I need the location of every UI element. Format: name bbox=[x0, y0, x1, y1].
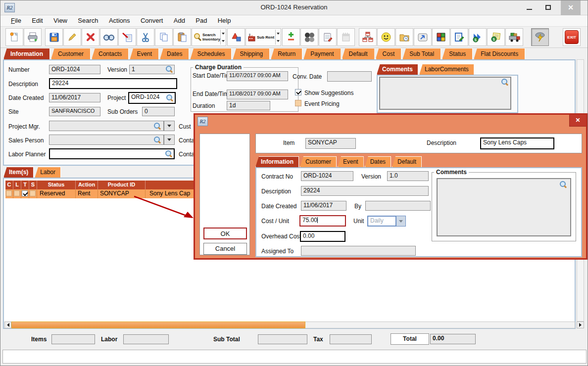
sales-person-lookup-icon[interactable] bbox=[154, 137, 161, 143]
col-status[interactable]: Status bbox=[37, 181, 76, 189]
copy-button[interactable] bbox=[155, 28, 173, 46]
sub-rent-button[interactable]: Sub Rent bbox=[245, 28, 281, 46]
menu-file[interactable]: File bbox=[6, 15, 26, 24]
sales-person-field[interactable] bbox=[49, 135, 164, 145]
new-button[interactable] bbox=[5, 28, 23, 46]
cost-unit-field[interactable]: 75.00 bbox=[299, 215, 346, 227]
cut-button[interactable] bbox=[137, 28, 154, 46]
col-s[interactable]: S bbox=[29, 181, 37, 189]
col-l[interactable]: L bbox=[13, 181, 21, 189]
dialog-tab-dates[interactable]: Dates bbox=[365, 156, 391, 167]
ok-button[interactable]: OK bbox=[203, 228, 247, 239]
tab-shipping[interactable]: Shipping bbox=[233, 48, 270, 59]
tab-comments[interactable]: Comments bbox=[377, 64, 418, 75]
dialog-tab-information[interactable]: Information bbox=[255, 156, 299, 167]
sales-person-dropdown[interactable] bbox=[164, 135, 175, 145]
dialog-tab-default[interactable]: Default bbox=[392, 156, 422, 167]
event-pricing-checkbox[interactable] bbox=[295, 100, 301, 106]
row-c-checkbox[interactable] bbox=[6, 190, 12, 196]
tab-contacts[interactable]: Contacts bbox=[92, 48, 129, 59]
search-inventory-button[interactable]: SearchInventory bbox=[192, 28, 226, 46]
project-lookup-icon[interactable] bbox=[166, 94, 173, 101]
customer-button[interactable] bbox=[377, 28, 395, 46]
delivery-button[interactable] bbox=[505, 28, 523, 46]
kits-button[interactable] bbox=[300, 28, 318, 46]
scroll-right-button[interactable] bbox=[577, 321, 584, 328]
save-button[interactable] bbox=[45, 28, 63, 46]
tab-items[interactable]: Item(s) bbox=[3, 167, 34, 178]
billing-button[interactable]: $ bbox=[487, 28, 505, 46]
menu-view[interactable]: View bbox=[49, 15, 72, 24]
cancel-button[interactable]: Cancel bbox=[203, 243, 247, 255]
tab-dates[interactable]: Dates bbox=[160, 48, 189, 59]
sub-rent-dropdown[interactable] bbox=[275, 30, 280, 45]
menu-actions[interactable]: Actions bbox=[104, 15, 135, 24]
comments-zoom-icon[interactable] bbox=[501, 79, 508, 86]
maximize-button[interactable] bbox=[540, 0, 557, 15]
edit-document-button[interactable] bbox=[450, 28, 468, 46]
tab-schedules[interactable]: Schedules bbox=[190, 48, 232, 59]
labor-planner-lookup-icon[interactable] bbox=[165, 150, 172, 157]
row-s-checkbox[interactable] bbox=[30, 190, 36, 196]
exit-button[interactable]: EXIT bbox=[563, 28, 581, 46]
description-field[interactable]: 29224 bbox=[49, 78, 177, 89]
find-button[interactable] bbox=[100, 28, 118, 46]
print-button[interactable] bbox=[24, 28, 42, 46]
copy-to-order-button[interactable] bbox=[118, 28, 136, 46]
dialog-comments-zoom-icon[interactable] bbox=[560, 181, 567, 188]
minimize-button[interactable] bbox=[521, 0, 538, 15]
col-action[interactable]: Action bbox=[76, 181, 98, 189]
dialog-tab-customer[interactable]: Customer bbox=[300, 156, 337, 167]
shapes-button[interactable] bbox=[227, 28, 245, 46]
dialog-close-button[interactable]: ✕ bbox=[569, 115, 586, 127]
dialog-comments-textarea[interactable] bbox=[437, 178, 571, 236]
tab-labor[interactable]: Labor bbox=[35, 167, 61, 178]
quote-button[interactable] bbox=[531, 28, 549, 46]
version-lookup-icon[interactable] bbox=[166, 66, 173, 73]
menu-help[interactable]: Help bbox=[213, 15, 236, 24]
show-suggestions-checkbox[interactable] bbox=[295, 89, 301, 95]
scroll-left-button[interactable] bbox=[4, 321, 11, 328]
menu-edit[interactable]: Edit bbox=[27, 15, 47, 24]
menu-add[interactable]: Add bbox=[169, 15, 190, 24]
dialog-description-field[interactable]: Sony Lens Caps bbox=[480, 137, 554, 149]
tab-cost[interactable]: Cost bbox=[376, 48, 402, 59]
shortcut-key-button[interactable] bbox=[414, 28, 432, 46]
tab-information[interactable]: Information bbox=[3, 48, 50, 59]
tab-labor-comments[interactable]: LaborComments bbox=[419, 64, 474, 75]
menu-search[interactable]: Search bbox=[73, 15, 102, 24]
tab-event[interactable]: Event bbox=[130, 48, 159, 59]
tab-status[interactable]: Status bbox=[442, 48, 473, 59]
dialog-tab-event[interactable]: Event bbox=[338, 156, 364, 167]
tab-return[interactable]: Return bbox=[271, 48, 302, 59]
tab-payment[interactable]: Payment bbox=[303, 48, 341, 59]
close-button[interactable]: ✕ bbox=[561, 0, 581, 15]
assemblies-button[interactable] bbox=[432, 28, 450, 46]
add-item-button[interactable] bbox=[282, 28, 300, 46]
project-mgr-lookup-icon[interactable] bbox=[154, 123, 161, 130]
calendar-button[interactable] bbox=[337, 28, 355, 46]
menu-pad[interactable]: Pad bbox=[191, 15, 211, 24]
project-mgr-dropdown[interactable] bbox=[164, 121, 175, 131]
col-t[interactable]: T bbox=[21, 181, 29, 189]
menu-convert[interactable]: Convert bbox=[136, 15, 168, 24]
paste-button[interactable] bbox=[173, 28, 191, 46]
tab-default[interactable]: Default bbox=[342, 48, 375, 59]
horizontal-scroll-thumb[interactable] bbox=[11, 321, 305, 328]
col-product-id[interactable]: Product ID bbox=[98, 181, 146, 189]
row-t-checkbox[interactable] bbox=[22, 190, 28, 196]
row-l-checkbox[interactable] bbox=[14, 190, 20, 196]
delete-button[interactable] bbox=[82, 28, 99, 46]
search-inventory-dropdown[interactable] bbox=[220, 30, 225, 45]
overhead-field[interactable]: 0.00 bbox=[300, 231, 345, 242]
edit-button[interactable] bbox=[63, 28, 81, 46]
folder-history-button[interactable] bbox=[395, 28, 413, 46]
col-c[interactable]: C bbox=[5, 181, 13, 189]
tab-sub-total[interactable]: Sub Total bbox=[402, 48, 441, 59]
notes-button[interactable] bbox=[319, 28, 337, 46]
send-invoice-button[interactable]: $ bbox=[469, 28, 487, 46]
comments-textarea[interactable] bbox=[379, 77, 511, 110]
labor-planner-field[interactable] bbox=[49, 148, 175, 159]
tab-customer[interactable]: Customer bbox=[51, 48, 91, 59]
project-mgr-field[interactable] bbox=[49, 121, 164, 131]
